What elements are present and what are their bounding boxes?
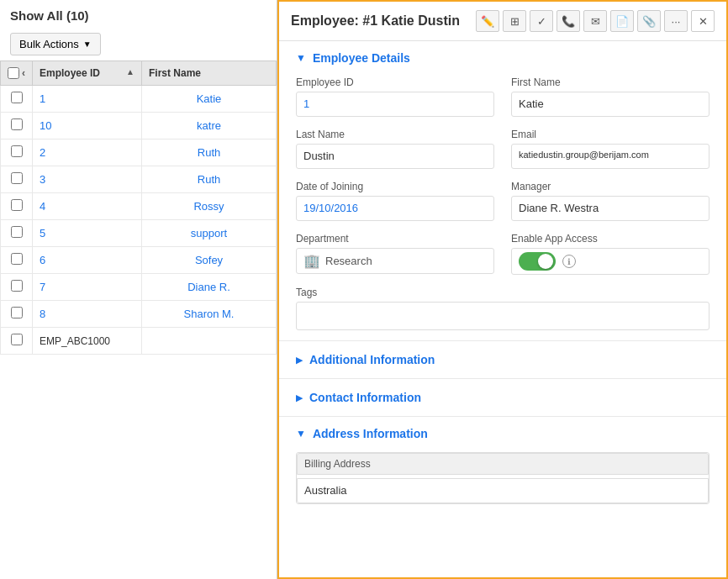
employee-id-field: Employee ID 1: [296, 76, 494, 117]
employee-id-value[interactable]: 1: [296, 92, 494, 117]
row-checkbox-cell: [1, 86, 33, 113]
employee-id-link[interactable]: 4: [40, 200, 45, 213]
row-checkbox[interactable]: [11, 280, 23, 292]
contact-info-section[interactable]: ▶ Contact Information: [279, 379, 726, 417]
edit-icon-btn[interactable]: ✏️: [476, 10, 499, 32]
employee-id-link[interactable]: 2: [40, 146, 45, 159]
first-name-cell: Sharon M.: [142, 301, 277, 328]
select-all-header[interactable]: ‹: [1, 61, 33, 86]
right-panel: Employee: #1 Katie Dustin ✏️ ⊞ ✓ 📞 ✉ 📄 📎…: [277, 0, 728, 579]
row-checkbox-cell: [1, 274, 33, 301]
additional-info-arrow: ▶: [296, 355, 303, 366]
first-name-cell: Katie: [142, 86, 277, 113]
employee-id-link[interactable]: 7: [40, 281, 45, 293]
additional-info-title: Additional Information: [309, 353, 435, 366]
more-icon-btn[interactable]: ···: [664, 10, 688, 32]
employee-details-title: Employee Details: [313, 51, 410, 65]
first-name-header[interactable]: First Name: [142, 61, 277, 86]
last-name-label: Last Name: [296, 129, 494, 140]
row-checkbox[interactable]: [11, 226, 23, 238]
table-nav-arrow[interactable]: ‹: [22, 67, 25, 79]
table-row: 3Ruth: [1, 166, 277, 193]
first-name-cell: support: [142, 220, 277, 247]
employee-id-label: Employee ID: [296, 76, 494, 88]
billing-address-box: Billing Address Australia: [296, 452, 710, 504]
show-all-label: Show All (10): [0, 0, 277, 28]
bulk-actions-label: Bulk Actions: [19, 38, 79, 50]
sort-arrow-icon[interactable]: ▲: [126, 67, 135, 76]
row-checkbox-cell: [1, 139, 33, 166]
attachment-icon-btn[interactable]: 📎: [637, 10, 661, 32]
table-row: 10katre: [1, 113, 277, 139]
tags-value[interactable]: [296, 302, 710, 330]
enable-app-access-toggle[interactable]: [519, 252, 556, 271]
phone-icon-btn[interactable]: 📞: [557, 10, 580, 32]
tags-label: Tags: [296, 287, 710, 298]
first-name-cell: Diane R.: [142, 274, 277, 301]
enable-app-access-toggle-container: ℹ: [511, 248, 710, 275]
table-row: 1Katie: [1, 86, 277, 113]
check-icon-btn[interactable]: ✓: [530, 10, 553, 32]
employee-id-link[interactable]: 10: [40, 119, 51, 132]
header-actions: ✏️ ⊞ ✓ 📞 ✉ 📄 📎 ··· ✕: [476, 10, 715, 32]
first-name-value[interactable]: Katie: [511, 92, 710, 117]
enable-app-access-label: Enable App Access: [511, 233, 710, 245]
manager-value[interactable]: Diane R. Westra: [511, 196, 710, 221]
right-header: Employee: #1 Katie Dustin ✏️ ⊞ ✓ 📞 ✉ 📄 📎…: [279, 2, 726, 41]
address-info-header[interactable]: ▼ Address Information: [296, 427, 710, 440]
row-checkbox[interactable]: [11, 118, 23, 130]
info-icon[interactable]: ℹ: [562, 255, 576, 268]
copy-icon-btn[interactable]: ⊞: [503, 10, 526, 32]
first-name-cell: katre: [142, 113, 277, 139]
row-checkbox[interactable]: [11, 199, 23, 211]
doc-icon-btn[interactable]: 📄: [610, 10, 634, 32]
email-label: Email: [511, 129, 710, 140]
row-checkbox-cell: [1, 328, 33, 355]
additional-info-section[interactable]: ▶ Additional Information: [279, 341, 726, 379]
last-name-field: Last Name Dustin: [296, 129, 494, 169]
row-checkbox-cell: [1, 301, 33, 328]
table-row: 7Diane R.: [1, 274, 277, 301]
row-checkbox[interactable]: [11, 334, 23, 345]
row-checkbox[interactable]: [11, 253, 23, 265]
employee-table: ‹ Employee ID ▲ First Name 1Katie10katre…: [0, 61, 277, 579]
employee-title: Employee: #1 Katie Dustin: [291, 13, 460, 29]
manager-label: Manager: [511, 181, 710, 192]
select-all-checkbox[interactable]: [8, 67, 19, 79]
row-checkbox[interactable]: [11, 172, 23, 184]
first-name-label: First Name: [511, 76, 710, 88]
employee-id-header[interactable]: Employee ID ▲: [33, 61, 142, 86]
employee-id-link[interactable]: 1: [40, 92, 45, 105]
row-checkbox[interactable]: [11, 145, 23, 157]
employee-details-arrow: ▼: [296, 52, 306, 64]
tags-field: Tags: [296, 287, 710, 330]
billing-address-label: Billing Address: [297, 453, 709, 475]
employee-id-cell: 7: [33, 274, 142, 301]
row-checkbox-cell: [1, 220, 33, 247]
employee-id-link[interactable]: 8: [40, 308, 45, 320]
employee-id-link[interactable]: 3: [40, 173, 45, 186]
employee-id-link[interactable]: 5: [40, 227, 45, 239]
date-of-joining-value[interactable]: 19/10/2016: [296, 196, 494, 221]
toggle-knob: [538, 254, 553, 269]
table-row: 8Sharon M.: [1, 301, 277, 328]
row-checkbox-cell: [1, 193, 33, 220]
row-checkbox[interactable]: [11, 307, 23, 318]
billing-address-value[interactable]: Australia: [297, 478, 709, 503]
contact-info-arrow: ▶: [296, 392, 303, 403]
department-value[interactable]: 🏢 Research: [296, 248, 494, 274]
bulk-actions-button[interactable]: Bulk Actions ▼: [10, 33, 101, 55]
close-icon-btn[interactable]: ✕: [691, 10, 715, 32]
row-checkbox[interactable]: [11, 92, 23, 103]
employee-id-link[interactable]: 6: [40, 254, 45, 266]
last-name-value[interactable]: Dustin: [296, 144, 494, 169]
address-info-arrow: ▼: [296, 428, 306, 440]
employee-details-header[interactable]: ▼ Employee Details: [296, 51, 710, 65]
email-value[interactable]: katiedustin.group@berijam.com: [511, 144, 710, 169]
employee-id-cell: 8: [33, 301, 142, 328]
email-icon-btn[interactable]: ✉: [583, 10, 607, 32]
email-field: Email katiedustin.group@berijam.com: [511, 129, 710, 169]
row-checkbox-cell: [1, 247, 33, 274]
row-checkbox-cell: [1, 166, 33, 193]
left-panel: Show All (10) Bulk Actions ▼ ‹ Employee …: [0, 0, 277, 579]
